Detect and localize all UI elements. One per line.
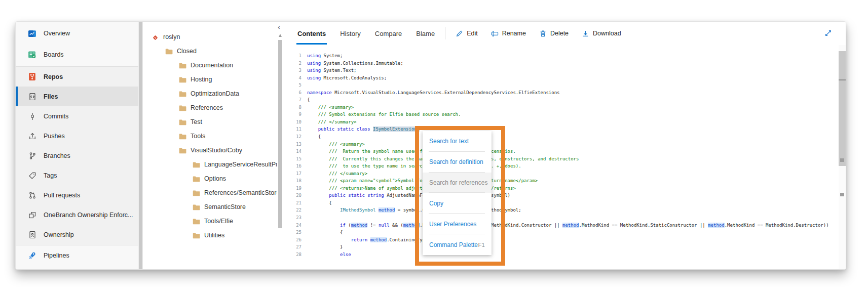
- sidebar-item-tags[interactable]: Tags: [16, 165, 138, 185]
- tab-compare[interactable]: Compare: [375, 22, 402, 45]
- folder-icon: [193, 232, 200, 239]
- sidebar-item-overview[interactable]: Overview: [16, 23, 138, 44]
- tree-item-languageserviceresultpro-[interactable]: LanguageServiceResultPro...: [143, 157, 277, 172]
- line-number: 4: [283, 74, 301, 82]
- edit-button[interactable]: Edit: [456, 30, 478, 37]
- sidebar-item-onebranch[interactable]: OneBranch Ownership Enforc...: [16, 205, 138, 225]
- sidebar-item-label: Pull requests: [44, 192, 80, 199]
- line-number: 12: [283, 133, 301, 141]
- code-line: 10 /// </summary>: [283, 118, 839, 126]
- code-line: 5: [283, 81, 839, 89]
- menu-item-label: Copy: [429, 200, 443, 207]
- sidebar-item-files[interactable]: Files: [16, 87, 138, 106]
- sidebar-item-repos[interactable]: Repos: [16, 67, 138, 87]
- tree-item-references-semanticstore-[interactable]: References/SemanticStore...: [143, 186, 277, 200]
- folder-icon: [193, 190, 200, 196]
- tree-item-documentation[interactable]: Documentation: [143, 58, 277, 72]
- line-number: 28: [283, 251, 301, 259]
- code-line: 23: [283, 214, 839, 222]
- code-line: 22 IMethodSymbol method = symbol.Origina…: [283, 206, 839, 214]
- code-line: 24 if (method != null && (method.MethodK…: [283, 222, 839, 229]
- menu-item-search-for-text[interactable]: Search for text: [423, 131, 492, 152]
- overview-icon: [28, 29, 36, 38]
- sidebar-item-pull-requests[interactable]: Pull requests: [16, 185, 138, 205]
- line-number: 3: [283, 67, 301, 74]
- code-line: 9 /// Symbol extensions for Elfie based …: [283, 111, 839, 118]
- tab-contents[interactable]: Contents: [297, 22, 326, 45]
- line-number: 9: [283, 111, 301, 118]
- tree-item-label: References: [191, 104, 223, 111]
- line-number: 25: [283, 229, 301, 236]
- rename-button[interactable]: Rename: [491, 30, 526, 37]
- sidebar-item-label: Repos: [44, 73, 63, 80]
- tree-item-optimizationdata[interactable]: OptimizationData: [143, 87, 277, 101]
- code-line: 6namespace Microsoft.VisualStudio.Langua…: [283, 89, 839, 97]
- sidebar-item-commits[interactable]: Commits: [16, 106, 138, 126]
- folder-icon: [179, 105, 186, 111]
- tree-item-tools[interactable]: Tools: [143, 129, 277, 143]
- line-number: 19: [283, 185, 301, 192]
- sidebar-scrollbar[interactable]: [138, 22, 143, 269]
- line-number: 13: [283, 141, 301, 148]
- code-line: 17 /// </summary>: [283, 170, 839, 178]
- code-text: {: [307, 96, 310, 104]
- tree-item-references[interactable]: References: [143, 101, 277, 115]
- sidebar-item-label: Boards: [44, 51, 64, 58]
- tree-item-tools-elfie[interactable]: Tools/Elfie: [143, 214, 277, 228]
- download-button[interactable]: Download: [582, 30, 621, 37]
- tree-item-closed[interactable]: Closed: [143, 44, 277, 58]
- repos-icon: [28, 72, 36, 81]
- expand-icon[interactable]: [824, 29, 833, 37]
- menu-item-shortcut: F1: [478, 242, 485, 248]
- sidebar-item-boards[interactable]: Boards: [16, 44, 138, 65]
- left-nav-sidebar: OverviewBoards ReposFilesCommitsPushesBr…: [16, 22, 138, 269]
- code-scrollbar-thumb[interactable]: [839, 51, 846, 166]
- tree-item-semanticstore[interactable]: SemanticStore: [143, 200, 277, 214]
- menu-item-search-for-definition[interactable]: Search for definition: [423, 152, 492, 173]
- line-number: 11: [283, 125, 301, 133]
- line-number: 5: [283, 81, 301, 89]
- scroll-up-arrow-icon[interactable]: [279, 34, 282, 37]
- tree-item-repo-root[interactable]: roslyn: [143, 30, 277, 44]
- tab-blame[interactable]: Blame: [416, 22, 435, 45]
- sidebar-item-branches[interactable]: Branches: [16, 146, 138, 165]
- code-text: using Microsoft.CodeAnalysis;: [307, 74, 387, 82]
- code-editor: 1using System;2using System.Collections.…: [283, 45, 839, 269]
- line-number: 1: [283, 52, 301, 60]
- sidebar-item-pipelines[interactable]: Pipelines: [16, 245, 138, 266]
- line-number: 20: [283, 192, 301, 199]
- boards-icon: [28, 51, 36, 59]
- tree-item-visualstudio-coby[interactable]: VisualStudio/Coby: [143, 143, 277, 157]
- sidebar-section-bottom: Pipelines: [16, 245, 138, 266]
- tree-item-test[interactable]: Test: [143, 115, 277, 129]
- menu-item-user-preferences[interactable]: User Preferences: [423, 214, 492, 234]
- tree-scrollbar[interactable]: [278, 33, 282, 266]
- collapse-panel-chevron-icon[interactable]: ‹: [275, 24, 283, 31]
- file-tabs: ContentsHistoryCompareBlame: [297, 22, 435, 45]
- tab-history[interactable]: History: [340, 22, 360, 45]
- tree-item-utilities[interactable]: Utilities: [143, 228, 277, 242]
- sidebar-scrollbar-thumb[interactable]: [139, 22, 142, 269]
- tree-scrollbar-thumb[interactable]: [278, 40, 282, 228]
- toolbar-divider: [445, 27, 445, 39]
- menu-item-label: User Preferences: [429, 221, 476, 228]
- code-scrollbar[interactable]: [839, 45, 846, 269]
- code-line: 8 /// <summary>: [283, 104, 839, 111]
- sidebar-item-ownership[interactable]: Ownership: [16, 225, 138, 244]
- code-line: 3using System.Text;: [283, 67, 839, 74]
- line-number: 24: [283, 222, 301, 229]
- tree-item-options[interactable]: Options: [143, 172, 277, 186]
- sidebar-item-label: Branches: [44, 152, 70, 159]
- sidebar-item-pushes[interactable]: Pushes: [16, 126, 138, 146]
- delete-button[interactable]: Delete: [539, 30, 569, 37]
- file-tree: roslynClosedDocumentationHostingOptimiza…: [143, 30, 277, 242]
- line-number: 18: [283, 177, 301, 185]
- code-text: namespace Microsoft.VisualStudio.Languag…: [307, 89, 560, 97]
- code-line: 25 {: [283, 229, 839, 236]
- menu-item-copy[interactable]: Copy: [423, 193, 492, 214]
- folder-icon: [193, 218, 200, 225]
- sidebar-item-label: Overview: [44, 30, 70, 37]
- folder-icon: [179, 62, 186, 69]
- tree-item-hosting[interactable]: Hosting: [143, 72, 277, 87]
- menu-item-command-palette[interactable]: Command PaletteF1: [423, 234, 492, 255]
